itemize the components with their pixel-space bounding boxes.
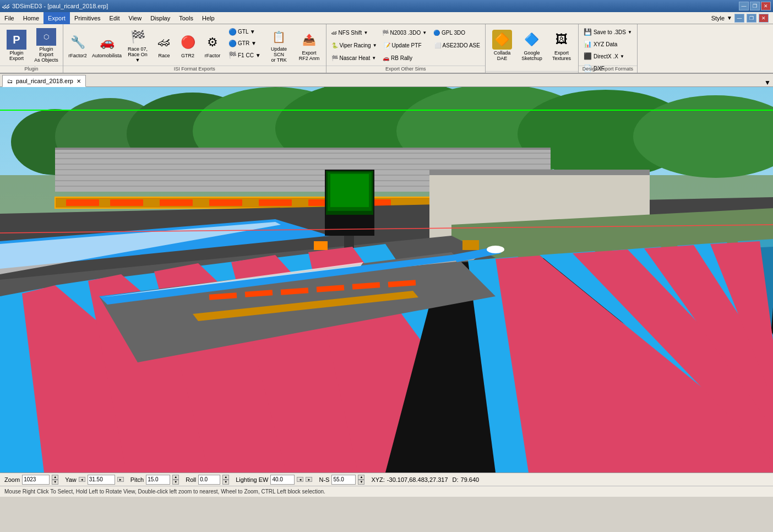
pitch-input[interactable] [146,475,170,485]
ns-spinner[interactable]: ▲ ▼ [358,475,364,485]
zoom-input[interactable] [22,475,50,485]
viper-racing-button[interactable]: 🐍 Viper Racing ▼ [329,39,380,51]
gtr2-label: GTR2 [181,53,194,59]
lighting-input[interactable] [270,475,295,485]
roll-up[interactable]: ▲ [222,475,229,480]
gtr-label: GTR ▼ [238,40,257,46]
zoom-down[interactable]: ▼ [52,480,58,485]
roll-down[interactable]: ▼ [222,480,229,485]
tab-icon: 🗂 [7,78,13,84]
design-tools-group-label [486,71,578,72]
n2003-label: N2003 .3DO [390,30,421,36]
menu-edit[interactable]: Edit [105,12,124,24]
nascar-heat-button[interactable]: 🏁 Nascar Heat ▼ [329,52,379,64]
menu-view[interactable]: View [124,12,146,24]
style-label: Style [711,15,725,21]
viper-racing-icon: 🐍 [331,42,338,48]
yaw-field: Yaw ◄ ► [65,475,124,485]
update-ptf-icon: 📝 [384,42,390,48]
gpl3do-button[interactable]: 🔵 GPL 3DO [431,26,480,39]
close-button[interactable]: ✕ [761,2,771,10]
app-icon: 🏎 [2,2,10,10]
yaw-left[interactable]: ◄ [79,477,85,482]
tab-close-button[interactable]: ✕ [77,78,81,84]
collada-dae-button[interactable]: 🔶 Collada DAE [488,26,516,65]
update-scn-button[interactable]: 📋 Update SCNor TRK [265,26,293,65]
gtl-button[interactable]: 🔵 GTL ▼ [226,26,263,37]
minimize-button[interactable]: — [739,2,749,10]
lighting-label: Lighting EW [236,476,268,483]
pitch-field: Pitch ▲ ▼ [130,475,179,485]
yaw-label: Yaw [65,476,77,483]
plugin-export-button[interactable]: P Plugin Export [2,26,31,65]
hint-bar: Mouse Right Click To Select, Hold Left t… [0,486,773,497]
style-dropdown-arrow[interactable]: ▼ [727,15,732,21]
d-value: 79.640 [461,476,480,483]
race-button[interactable]: 🏎 Race [153,26,175,65]
yaw-right[interactable]: ► [117,477,124,482]
plugin-group-label: Plugin [0,66,63,72]
menu-close-button[interactable]: ✕ [759,14,769,23]
yaw-input[interactable] [88,475,115,485]
menu-primitives[interactable]: Primitives [70,12,105,24]
f1cc-button[interactable]: 🏁 F1 CC ▼ [226,50,263,61]
nascar-heat-label: Nascar Heat [340,55,371,61]
tab-scroll-button[interactable]: ▼ [764,79,771,86]
pitch-down[interactable]: ▼ [172,480,179,485]
rb-rally-button[interactable]: 🚗 RB Rally [380,52,429,64]
menu-file[interactable]: File [0,12,19,24]
automobilista-label: Automobilista [92,53,122,59]
menu-home[interactable]: Home [19,12,43,24]
menu-restore-button[interactable]: ❐ [747,14,756,23]
lighting-right[interactable]: ► [306,477,312,482]
zoom-spinner[interactable]: ▲ ▼ [52,475,58,485]
ase23do-button[interactable]: ⬜ ASE23DO ASE [432,39,483,51]
export-textures-button[interactable]: 🖼 Export Textures [547,26,576,65]
collada-dae-icon: 🔶 [492,30,512,50]
menu-tools[interactable]: Tools [175,12,198,24]
hint-text: Mouse Right Click To Select, Hold Left t… [4,488,325,495]
pitch-up[interactable]: ▲ [172,475,179,480]
roll-input[interactable] [198,475,220,485]
tab-label: paul_ricard_2018.erp [16,78,73,84]
xyz-data-icon: 📊 [584,40,592,48]
xyz-data-button[interactable]: 📊 XYZ Data [581,39,620,50]
menu-minimize-button[interactable]: — [734,14,744,23]
google-sketchup-button[interactable]: 🔷 Google Sketchup [518,26,546,65]
update-ptf-button[interactable]: 📝 Update PTF [381,39,431,51]
xyz-field: XYZ: -30.107,68.483,27.317 D: 79.640 [371,476,479,483]
roll-spinner[interactable]: ▲ ▼ [222,475,229,485]
export-rf2-button[interactable]: 📤 ExportRF2 Anm [295,26,324,65]
race07-button[interactable]: 🏁 Race 07,Race On ▼ [124,26,151,65]
directx-button[interactable]: ⬛ DirectX .X ▼ [581,51,627,62]
viewport-tab[interactable]: 🗂 paul_ricard_2018.erp ✕ [2,75,86,87]
gtr2-button[interactable]: 🔴 GTR2 [177,26,199,65]
menu-help[interactable]: Help [198,12,219,24]
rfactor2-button[interactable]: 🔧 rFactor2 [66,26,90,65]
ns-up[interactable]: ▲ [358,475,364,480]
n2003-3do-button[interactable]: 🏁 N2003 .3DO ▼ [379,26,430,39]
svg-rect-23 [160,199,193,206]
plugin-as-objects-icon: ⬡ [36,28,56,46]
rb-rally-label: RB Rally [391,55,412,61]
gtr-button[interactable]: 🔵 GTR ▼ [226,38,263,48]
automobilista-icon: 🚗 [97,32,117,52]
zoom-up[interactable]: ▲ [52,475,58,480]
design-export-label: Design Export Formats [579,66,637,72]
pitch-spinner[interactable]: ▲ ▼ [172,475,179,485]
ns-input[interactable] [331,475,356,485]
export-other-sims-group: 🏎 NFS Shift ▼ 🏁 N2003 .3DO ▼ 🔵 GPL 3DO 🐍 [326,24,486,73]
viewport [0,87,773,473]
gtr2-icon: 🔴 [178,32,198,52]
nfs-shift-button[interactable]: 🏎 NFS Shift ▼ [329,26,378,39]
automobilista-button[interactable]: 🚗 Automobilista [91,26,122,65]
plugin-as-objects-button[interactable]: ⬡ Plugin ExportAs Objects [32,26,61,65]
rfactor-button[interactable]: ⚙ rFactor [200,26,225,65]
race07-icon: 🏁 [128,28,148,46]
restore-button[interactable]: ❐ [750,2,760,10]
lighting-left[interactable]: ◄ [297,477,303,482]
ns-down[interactable]: ▼ [358,480,364,485]
menu-export[interactable]: Export [43,12,70,24]
save-3ds-button[interactable]: 💾 Save to .3DS ▼ [581,26,635,37]
menu-display[interactable]: Display [146,12,175,24]
